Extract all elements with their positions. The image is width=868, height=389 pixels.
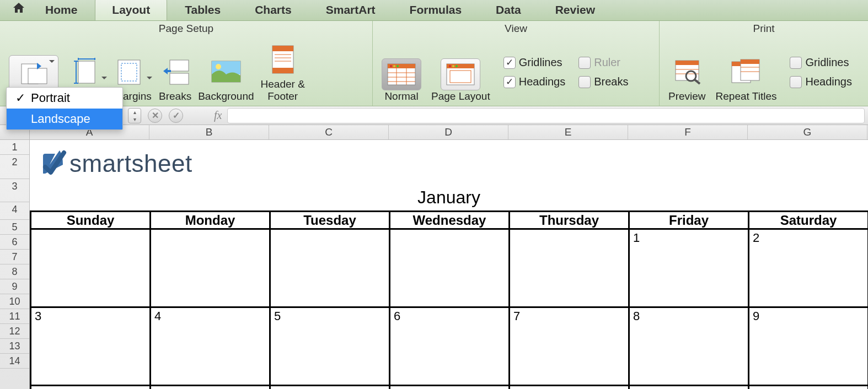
calendar-cell[interactable]: 2 bbox=[749, 230, 868, 308]
formula-input[interactable] bbox=[227, 108, 865, 123]
svg-rect-41 bbox=[741, 60, 759, 64]
accept-formula-button[interactable]: ✓ bbox=[169, 109, 183, 123]
row-header[interactable]: 6 bbox=[0, 235, 29, 250]
breaks-button[interactable]: Breaks bbox=[156, 55, 195, 102]
row-header[interactable]: 12 bbox=[0, 324, 29, 339]
calendar-cell[interactable] bbox=[390, 386, 510, 389]
check-icon: ✓ bbox=[173, 110, 180, 121]
column-header[interactable]: D bbox=[389, 125, 508, 139]
cancel-formula-button[interactable]: ✕ bbox=[148, 109, 162, 123]
calendar-cell[interactable]: 7 bbox=[510, 308, 630, 386]
calendar-cell[interactable]: 4 bbox=[151, 308, 271, 386]
calendar-cell[interactable] bbox=[510, 230, 630, 308]
check-icon: ✓ bbox=[503, 76, 516, 88]
orientation-landscape-label: Landscape bbox=[31, 112, 90, 126]
ruler-checkbox[interactable]: Ruler bbox=[578, 56, 628, 69]
tab-smartart[interactable]: SmartArt bbox=[309, 0, 392, 20]
check-icon bbox=[790, 76, 802, 88]
fx-button[interactable] bbox=[190, 109, 204, 123]
calendar-cell[interactable] bbox=[31, 230, 151, 308]
calendar-cell[interactable] bbox=[31, 386, 151, 389]
calendar-cell[interactable]: 6 bbox=[390, 308, 510, 386]
column-header[interactable]: G bbox=[748, 125, 867, 139]
tab-review[interactable]: Review bbox=[539, 0, 612, 20]
row-header[interactable]: 1 bbox=[0, 140, 29, 155]
orientation-portrait-item[interactable]: ✓ Portrait bbox=[7, 88, 122, 109]
tab-charts[interactable]: Charts bbox=[238, 0, 308, 20]
row-header[interactable]: 14 bbox=[0, 354, 29, 369]
calendar-cell[interactable]: 5 bbox=[271, 308, 390, 386]
calendar-cell[interactable] bbox=[510, 386, 630, 389]
row-header[interactable]: 11 bbox=[0, 309, 29, 324]
orientation-dropdown: ✓ Portrait Landscape bbox=[6, 87, 123, 130]
home-icon[interactable] bbox=[2, 1, 29, 20]
preview-button[interactable]: Preview bbox=[665, 55, 709, 102]
calendar-cell[interactable] bbox=[271, 230, 390, 308]
row-header[interactable]: 5 bbox=[0, 220, 29, 235]
page-layout-view-button[interactable]: Page Layout bbox=[428, 58, 494, 102]
tab-home[interactable]: Home bbox=[29, 0, 94, 20]
breaks-label: Breaks bbox=[159, 90, 191, 102]
svg-point-29 bbox=[452, 65, 454, 67]
repeat-titles-icon bbox=[730, 58, 763, 85]
spreadsheet: 1 2 3 4 5 6 7 8 9 10 11 12 13 14 A B C D… bbox=[0, 125, 868, 389]
tab-data[interactable]: Data bbox=[479, 0, 538, 20]
row-header[interactable]: 13 bbox=[0, 339, 29, 354]
tab-review-label: Review bbox=[555, 3, 595, 16]
tab-layout[interactable]: Layout bbox=[95, 0, 167, 20]
check-icon bbox=[790, 57, 802, 69]
row-headers: 1 2 3 4 5 6 7 8 9 10 11 12 13 14 bbox=[0, 140, 30, 389]
row-header[interactable]: 7 bbox=[0, 250, 29, 264]
view-breaks-label: Breaks bbox=[594, 75, 628, 88]
row-header[interactable]: 2 bbox=[0, 155, 29, 179]
print-gridlines-checkbox[interactable]: Gridlines bbox=[790, 56, 852, 69]
calendar-cell[interactable] bbox=[390, 230, 510, 308]
svg-point-18 bbox=[390, 65, 392, 67]
namebox-stepper[interactable]: ▴▾ bbox=[128, 108, 141, 123]
calendar-cell[interactable] bbox=[151, 386, 271, 389]
column-header[interactable]: F bbox=[628, 125, 748, 139]
normal-view-button[interactable]: Normal bbox=[378, 58, 425, 102]
svg-point-19 bbox=[393, 65, 395, 67]
repeat-titles-button[interactable]: Repeat Titles bbox=[712, 55, 780, 102]
tab-formulas[interactable]: Formulas bbox=[393, 0, 479, 20]
calendar-cell[interactable] bbox=[749, 386, 868, 389]
orientation-landscape-item[interactable]: Landscape bbox=[7, 109, 122, 129]
preview-icon bbox=[672, 58, 702, 85]
gridlines-checkbox[interactable]: ✓Gridlines bbox=[503, 56, 566, 69]
calendar-cell[interactable] bbox=[271, 386, 390, 389]
calendar-cell[interactable]: 8 bbox=[630, 308, 749, 386]
column-header[interactable]: B bbox=[149, 125, 269, 139]
row-header[interactable]: 10 bbox=[0, 294, 29, 309]
check-icon bbox=[578, 57, 591, 69]
group-page-setup-title: Page Setup bbox=[0, 21, 372, 36]
calendar-cell[interactable]: 3 bbox=[31, 308, 151, 386]
day-header: Monday bbox=[151, 212, 271, 230]
view-breaks-checkbox[interactable]: Breaks bbox=[578, 75, 628, 88]
calendar-cell[interactable] bbox=[151, 230, 271, 308]
cells-area[interactable]: smartsheet January Sunday Monday Tuesday… bbox=[30, 140, 868, 187]
check-icon: ✓ bbox=[15, 91, 25, 105]
row-header[interactable]: 8 bbox=[0, 264, 29, 279]
row-header[interactable]: 4 bbox=[0, 202, 29, 220]
row-header[interactable]: 9 bbox=[0, 279, 29, 294]
calendar-cell[interactable]: 1 bbox=[630, 230, 749, 308]
header-footer-button[interactable]: Header & Footer bbox=[258, 43, 308, 102]
calendar-cell[interactable] bbox=[630, 386, 749, 389]
header-footer-label: Header & Footer bbox=[261, 78, 305, 102]
print-headings-checkbox[interactable]: Headings bbox=[790, 75, 852, 88]
column-header[interactable]: E bbox=[508, 125, 628, 139]
tab-formulas-label: Formulas bbox=[410, 3, 462, 16]
background-button[interactable]: Background bbox=[195, 55, 257, 102]
day-header: Friday bbox=[630, 212, 749, 230]
logo-text: smartsheet bbox=[69, 150, 192, 177]
day-header: Saturday bbox=[749, 212, 868, 230]
row-header[interactable]: 3 bbox=[0, 179, 29, 202]
calendar-cell[interactable]: 9 bbox=[749, 308, 868, 386]
column-header[interactable]: C bbox=[269, 125, 389, 139]
ruler-label: Ruler bbox=[594, 56, 620, 69]
tab-tables[interactable]: Tables bbox=[168, 0, 237, 20]
headings-checkbox[interactable]: ✓Headings bbox=[503, 75, 566, 88]
svg-rect-3 bbox=[118, 60, 140, 84]
svg-rect-6 bbox=[170, 73, 189, 84]
